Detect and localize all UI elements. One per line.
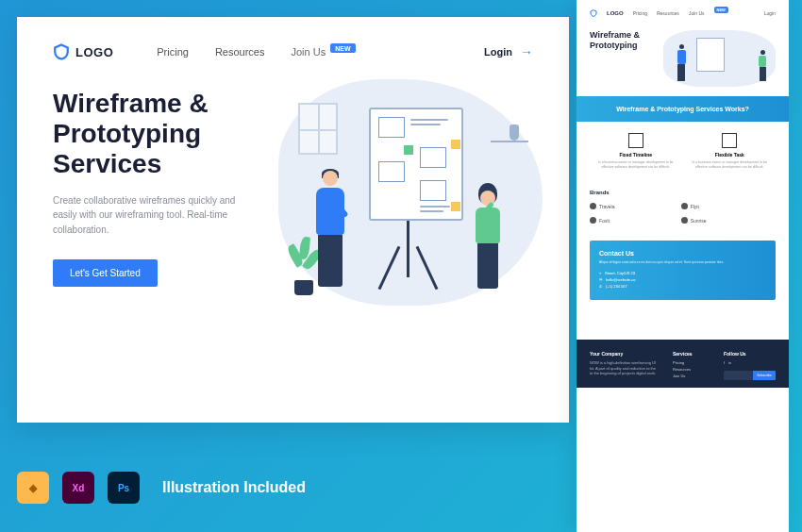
task-icon [722,133,737,148]
hero-section: Wireframe & Prototyping Services Create … [17,60,569,343]
pin-icon: ⌖ [599,271,601,275]
preview-brands: Brands Travela Flyit FoxIt Sunrise [576,180,789,233]
preview-works-heading: Wireframe & Prototyping Services Works? [576,96,789,122]
phone-icon: ✆ [599,284,602,289]
hero-card: LOGO Pricing Resources Join Us NEW Login… [17,17,569,423]
brand-icon [590,203,596,209]
brand-item: FoxIt [590,217,674,224]
person-male-icon [308,169,353,296]
nav-pricing[interactable]: Pricing [157,46,189,58]
subscribe-button[interactable]: Subscribe [753,371,776,380]
brand-item: Flyit [681,203,765,209]
preview-contact-form[interactable] [590,308,776,336]
contact-desc: Aliqua id fugiat nostrud irure ex duis e… [599,260,766,265]
brand-item: Sunrise [681,217,765,224]
preview-nav-join[interactable]: Join Us [689,10,705,16]
logo-shield-icon [53,43,70,60]
mail-icon: ✉ [599,277,602,282]
hero-subtitle: Create collaborative wireframes quickly … [53,193,251,238]
preview-card-title: Fixed Timeline [593,152,678,158]
contact-phone: ✆(+1) 234 567 [599,284,766,289]
contact-address: ⌖Street, City/US 23 [599,271,766,275]
preview-card-desc: Is a business owner or manager developme… [593,160,678,169]
window-icon [298,103,338,155]
brand-icon [681,203,688,209]
arrow-right-icon: → [520,44,533,59]
preview-nav-pricing[interactable]: Pricing [633,10,647,16]
preview-new-badge: NEW [714,7,728,13]
preview-brands-title: Brands [590,190,776,195]
contact-title: Contact Us [599,250,766,257]
brand-icon [681,217,688,224]
sketch-icon: ◆ [17,472,49,504]
linkedin-icon[interactable]: in [728,360,731,365]
new-badge: NEW [330,43,355,53]
preview-card-timeline: Fixed Timeline Is a business owner or ma… [593,133,678,169]
subscribe-input[interactable] [724,371,753,380]
contact-email: ✉hello@website.co [599,277,766,282]
nav-join-label: Join Us [291,46,326,58]
photoshop-icon: Ps [108,472,140,504]
nav-resources[interactable]: Resources [215,46,265,58]
preview-card-flexible: Flexible Task Is a business owner or man… [688,133,773,169]
adobe-xd-icon: Xd [62,472,94,504]
preview-login[interactable]: Login [764,10,776,16]
preview-hero: Wireframe & Prototyping [576,26,789,96]
logo[interactable]: LOGO [53,43,113,60]
brand-item: Travela [590,203,674,209]
preview-card-desc: Is a business owner or manager developme… [688,160,773,169]
person-female-icon [468,183,508,296]
hero-illustration [279,89,533,315]
main-nav: LOGO Pricing Resources Join Us NEW Login… [17,17,569,60]
logo-text: LOGO [75,45,113,59]
footer-company: Your Company NOW is a high-definition wi… [590,351,660,380]
hero-copy: Wireframe & Prototyping Services Create … [53,89,260,315]
hero-title: Wireframe & Prototyping Services [53,89,260,180]
preview-logo-text: LOGO [607,10,624,16]
preview-nav-resources[interactable]: Resources [657,10,679,16]
footer-follow: Follow Us f in Subscribe [724,351,776,380]
tools-bar: ◆ Xd Ps Illustration Included [17,472,306,504]
cta-button[interactable]: Let's Get Started [53,259,158,287]
preview-illustration [663,30,776,87]
facebook-icon[interactable]: f [724,360,725,365]
preview-contact: Contact Us Aliqua id fugiat nostrud irur… [590,241,776,300]
calendar-icon [628,133,643,148]
preview-feature-cards: Fixed Timeline Is a business owner or ma… [576,122,789,180]
footer-services: Services Pricing Resources Join Us [673,351,710,380]
preview-card-title: Flexible Task [688,152,773,158]
whiteboard-icon [369,108,463,221]
nav-join-us[interactable]: Join Us NEW [291,46,355,58]
subscribe-form: Subscribe [724,371,776,380]
preview-nav: LOGO Pricing Resources Join Us NEW Login [576,0,789,26]
login-label: Login [484,46,512,58]
full-page-preview: LOGO Pricing Resources Join Us NEW Login… [576,0,789,532]
preview-logo-icon [590,9,597,17]
nav-login[interactable]: Login → [484,44,533,59]
illustration-included-label: Illustration Included [162,479,306,496]
preview-footer: Your Company NOW is a high-definition wi… [576,340,789,388]
preview-hero-title: Wireframe & Prototyping [590,30,656,87]
brand-icon [590,217,596,224]
